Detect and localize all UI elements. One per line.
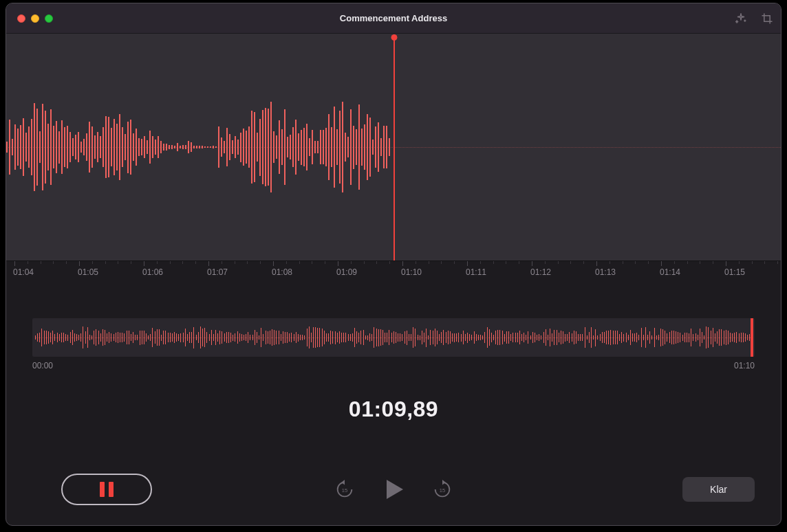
- ruler-label: 01:13: [595, 267, 616, 277]
- svg-marker-1: [387, 480, 403, 499]
- window-controls: [17, 14, 53, 23]
- fullscreen-button[interactable]: [45, 14, 53, 23]
- ruler-label: 01:08: [272, 267, 292, 277]
- controls: 15 15 Klar: [6, 470, 781, 509]
- ruler-label: 01:07: [207, 267, 228, 277]
- ruler-label: 01:15: [724, 267, 745, 277]
- ruler-label: 01:09: [336, 267, 357, 277]
- overview: 00:00 01:10: [32, 318, 755, 370]
- window-title: Commencement Address: [340, 13, 447, 23]
- enhance-icon[interactable]: [734, 12, 748, 25]
- skip-back-15-button[interactable]: 15: [334, 479, 355, 500]
- minimize-button[interactable]: [31, 14, 39, 23]
- overview-cursor[interactable]: [751, 318, 753, 357]
- waveform-bars: [6, 85, 391, 209]
- time-ruler[interactable]: 01:0401:0501:0601:0701:0801:0901:1001:11…: [6, 261, 781, 291]
- ruler-label: 01:06: [142, 267, 163, 277]
- done-button[interactable]: Klar: [682, 477, 755, 502]
- svg-text:15: 15: [440, 487, 445, 494]
- trim-icon[interactable]: [760, 12, 774, 25]
- overview-strip[interactable]: [32, 318, 755, 357]
- app-window: Commencement Address 01:0401:0501:060: [6, 3, 781, 526]
- ruler-label: 01:11: [466, 267, 486, 277]
- skip-forward-15-button[interactable]: 15: [432, 479, 453, 500]
- transport-controls: 15 15: [334, 476, 453, 503]
- pause-icon: [100, 482, 114, 497]
- toolbar-right: [734, 12, 774, 25]
- playhead[interactable]: [394, 37, 395, 261]
- ruler-label: 01:10: [401, 267, 422, 277]
- overview-bars: [35, 324, 752, 351]
- ruler-label: 01:05: [78, 267, 98, 277]
- record-pause-button[interactable]: [61, 474, 152, 505]
- overview-time-labels: 00:00 01:10: [32, 361, 755, 370]
- svg-text:15: 15: [342, 487, 347, 494]
- ruler-label: 01:04: [13, 267, 34, 277]
- current-time: 01:09,89: [6, 397, 781, 422]
- main-waveform[interactable]: [6, 34, 781, 261]
- close-button[interactable]: [17, 14, 25, 23]
- ruler-label: 01:14: [660, 267, 680, 277]
- ruler-label: 01:12: [530, 267, 551, 277]
- play-button[interactable]: [380, 476, 407, 503]
- titlebar: Commencement Address: [6, 3, 781, 34]
- overview-start-time: 00:00: [32, 361, 53, 370]
- overview-end-time: 01:10: [734, 361, 755, 370]
